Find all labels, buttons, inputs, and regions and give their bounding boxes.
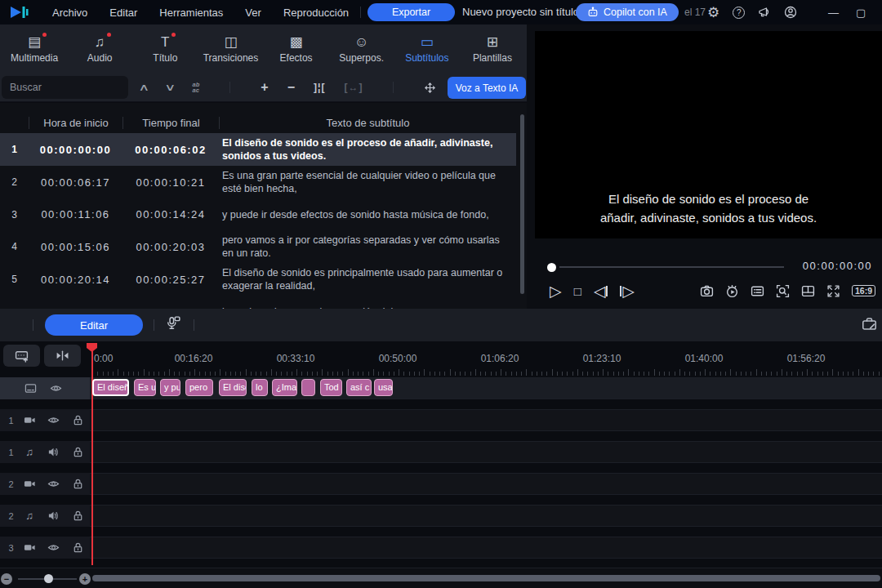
render-preview-icon[interactable] bbox=[725, 284, 739, 298]
playhead-handle[interactable] bbox=[547, 263, 556, 272]
subtitle-clip[interactable]: Es u bbox=[134, 379, 156, 396]
next-subtitle-icon[interactable]: ∨ bbox=[164, 82, 176, 93]
subtitle-clip[interactable]: así c bbox=[346, 379, 372, 396]
row-subtitle-text[interactable]: El diseño de sonido es principalmente us… bbox=[219, 263, 516, 296]
mute-speaker-icon[interactable] bbox=[47, 446, 60, 458]
asset-tab[interactable]: ▩ Efectos bbox=[264, 24, 329, 74]
table-scrollbar[interactable] bbox=[520, 114, 524, 294]
track-lane[interactable] bbox=[90, 441, 882, 463]
copilot-button[interactable]: Copilot con IA bbox=[576, 3, 679, 21]
menu-item[interactable]: Ver bbox=[245, 7, 261, 19]
subtitle-row[interactable]: lo cual ayuda a crear la sensación del bbox=[0, 296, 516, 309]
visibility-eye-icon[interactable] bbox=[47, 541, 60, 554]
asset-tab[interactable]: ☺ Superpos. bbox=[329, 24, 394, 74]
speech-to-text-icon[interactable] bbox=[166, 316, 180, 331]
row-subtitle-text[interactable]: pero vamos a ir por categorías separadas… bbox=[219, 230, 516, 263]
menu-item[interactable]: Herramientas bbox=[159, 7, 223, 19]
fullscreen-icon[interactable] bbox=[826, 284, 840, 298]
asset-tab[interactable]: ▭ Subtítulos bbox=[394, 24, 460, 74]
lock-icon[interactable] bbox=[72, 414, 84, 426]
zoom-in-button[interactable]: + bbox=[79, 573, 91, 585]
subtitle-clip[interactable]: pero bbox=[185, 379, 213, 396]
row-subtitle-text[interactable]: El diseño de sonido es el proceso de aña… bbox=[219, 133, 516, 166]
subtitle-row[interactable]: 3 00:00:11:06 00:00:14:24 y puede ir des… bbox=[0, 198, 516, 230]
track-lane[interactable] bbox=[90, 505, 882, 527]
subtitle-row[interactable]: 2 00:00:06:17 00:00:10:21 Es una gran pa… bbox=[0, 166, 516, 198]
track-header[interactable]: 1 ♫ bbox=[0, 441, 90, 463]
edit-button[interactable]: Editar bbox=[45, 314, 143, 336]
zoom-out-button[interactable]: − bbox=[1, 573, 12, 585]
lock-icon[interactable] bbox=[72, 510, 84, 522]
marker-list-icon[interactable] bbox=[751, 284, 764, 298]
row-end-time[interactable]: 00:00:25:27 bbox=[122, 274, 219, 286]
asset-tab[interactable]: ◫ Transiciones bbox=[198, 24, 263, 74]
track-header[interactable]: 3 ♫ bbox=[0, 537, 90, 559]
row-start-time[interactable]: 00:00:15:06 bbox=[29, 241, 122, 253]
subtitle-clip[interactable]: usa bbox=[374, 379, 393, 396]
lock-icon[interactable] bbox=[72, 478, 84, 490]
row-start-time[interactable]: 00:00:20:14 bbox=[29, 274, 122, 286]
previous-frame-button[interactable]: ◁ bbox=[594, 282, 608, 301]
toolbox-edit-icon[interactable] bbox=[862, 316, 877, 332]
subtitle-clip[interactable] bbox=[301, 379, 315, 396]
asset-tab[interactable]: ▤ Multimedia bbox=[2, 24, 67, 74]
menu-item[interactable]: Archivo bbox=[52, 7, 87, 19]
preview-zoom-icon[interactable] bbox=[776, 284, 790, 298]
megaphone-icon[interactable] bbox=[758, 6, 771, 19]
move-tool-icon[interactable] bbox=[424, 82, 436, 94]
row-end-time[interactable]: 00:00:06:02 bbox=[122, 144, 219, 156]
split-screen-icon[interactable] bbox=[801, 284, 815, 298]
next-frame-button[interactable]: ▷ bbox=[620, 282, 635, 301]
stop-button[interactable]: □ bbox=[574, 284, 581, 298]
row-end-time[interactable]: 00:00:10:21 bbox=[122, 176, 219, 189]
menu-item[interactable]: Editar bbox=[109, 7, 137, 19]
playhead-marker[interactable] bbox=[87, 343, 97, 352]
subtitle-row[interactable]: 4 00:00:15:06 00:00:20:03 pero vamos a i… bbox=[0, 230, 516, 263]
subtitle-row[interactable]: 1 00:00:00:00 00:00:06:02 El diseño de s… bbox=[0, 133, 516, 166]
row-subtitle-text[interactable]: y puede ir desde efectos de sonido hasta… bbox=[219, 205, 516, 225]
merge-subtitles-icon[interactable]: ]¦[ bbox=[314, 82, 325, 93]
track-header[interactable]: 2 ♫ bbox=[0, 473, 90, 495]
visibility-eye-icon[interactable] bbox=[47, 478, 60, 490]
account-icon[interactable] bbox=[784, 6, 797, 19]
row-subtitle-text[interactable]: Es una gran parte esencial de cualquier … bbox=[219, 166, 516, 198]
search-input[interactable] bbox=[2, 76, 128, 99]
export-button[interactable]: Exportar bbox=[368, 3, 455, 21]
play-button[interactable]: ▷ bbox=[550, 282, 562, 301]
video-viewport[interactable]: El diseño de sonido es el proceso de aña… bbox=[535, 31, 882, 238]
subtitle-clip[interactable]: Tod bbox=[320, 379, 342, 396]
zoom-slider-handle[interactable] bbox=[44, 574, 53, 583]
track-header[interactable]: 1 ♫ bbox=[0, 409, 90, 431]
row-start-time[interactable]: 00:00:00:00 bbox=[29, 144, 122, 156]
track-lane[interactable] bbox=[90, 409, 882, 431]
delete-subtitle-icon[interactable]: − bbox=[287, 80, 295, 95]
seek-bar[interactable] bbox=[559, 266, 784, 268]
track-header[interactable]: 2 ♫ bbox=[0, 505, 90, 527]
row-subtitle-text[interactable]: lo cual ayuda a crear la sensación del bbox=[219, 302, 516, 310]
snapshot-camera-icon[interactable] bbox=[700, 284, 714, 298]
add-subtitle-icon[interactable]: + bbox=[261, 80, 268, 95]
subtitle-clip[interactable]: El diseñ bbox=[92, 379, 129, 396]
menu-item[interactable]: Reproducción bbox=[283, 7, 349, 19]
speech-to-text-button[interactable]: Voz a Texto IA bbox=[448, 77, 526, 99]
aspect-ratio-badge[interactable]: 16:9 bbox=[852, 285, 875, 296]
row-end-time[interactable]: 00:00:14:24 bbox=[122, 208, 219, 220]
visibility-eye-icon[interactable] bbox=[50, 382, 62, 394]
minimize-button[interactable]: — bbox=[828, 7, 839, 19]
subtitle-clip[interactable]: El dise bbox=[219, 379, 247, 396]
timeline-horizontal-scrollbar[interactable] bbox=[92, 575, 880, 581]
row-start-time[interactable]: 00:00:11:06 bbox=[29, 208, 122, 220]
settings-gear-icon[interactable]: ⚙ bbox=[707, 4, 719, 21]
row-start-time[interactable]: 00:00:06:17 bbox=[29, 176, 122, 189]
subtitle-clip[interactable]: lo bbox=[252, 379, 268, 396]
asset-tab[interactable]: ♫ Audio bbox=[67, 24, 132, 74]
split-subtitle-icon[interactable]: [↔] bbox=[344, 82, 363, 93]
track-header[interactable]: ♫ bbox=[0, 377, 90, 399]
asset-tab[interactable]: T Título bbox=[132, 24, 198, 74]
subtitle-clip[interactable]: y pu bbox=[160, 379, 180, 396]
lock-icon[interactable] bbox=[72, 446, 84, 458]
visibility-eye-icon[interactable] bbox=[47, 414, 60, 426]
replace-text-icon[interactable]: abac bbox=[193, 82, 200, 93]
timeline-ruler[interactable]: 0:0000:16:2000:33:1000:50:0001:06:2001:2… bbox=[0, 353, 882, 365]
previous-subtitle-icon[interactable]: ∧ bbox=[138, 82, 149, 93]
